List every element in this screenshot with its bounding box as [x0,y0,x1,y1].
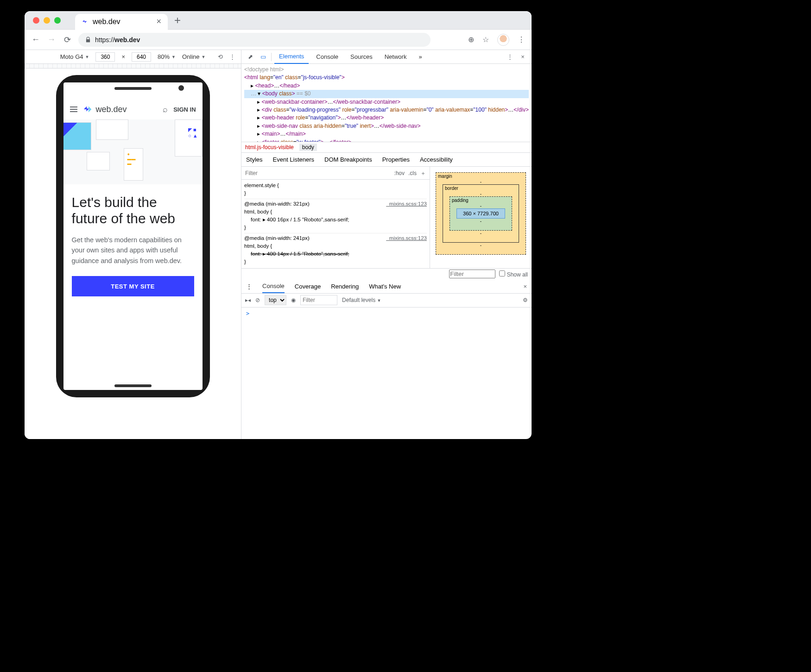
browser-menu-icon[interactable]: ⋮ [518,35,525,44]
hov-toggle[interactable]: :hov [394,169,405,177]
browser-window: web.dev × + ← → ⟳ https://web.dev ⊕ ☆ ⋮ … [25,11,532,439]
toolbar: ← → ⟳ https://web.dev ⊕ ☆ ⋮ [25,30,532,50]
new-rule-icon[interactable]: ＋ [420,169,426,177]
css-rules[interactable]: element.style {} _mixins.scss:123@media … [241,180,430,268]
crumb-body[interactable]: body [299,144,317,151]
tab-close-icon[interactable]: × [156,17,161,26]
hero-body: Get the web's modern capabilities on you… [72,235,194,266]
forward-button[interactable]: → [47,35,56,44]
device-emulation-pane: Moto G4 ▼ × 80% ▼ Online ▼ ⟲ ⋮ [25,50,241,439]
dom-tree[interactable]: <!doctype html> <html lang="en" class="j… [241,64,532,142]
tab-title: web.dev [93,18,120,26]
devtools-toolbar: ⬈ ▭ Elements Console Sources Network » ⋮… [241,50,532,64]
box-model[interactable]: margin- border- padding- 360 × 7729.700 … [430,167,532,268]
subtab-accessibility[interactable]: Accessibility [420,156,453,163]
throttle-select[interactable]: Online ▼ [182,53,206,60]
hamburger-icon[interactable] [70,107,77,112]
url-text: https://web.dev [95,36,140,44]
console-settings-icon[interactable]: ⚙ [523,297,528,303]
crumb-html[interactable]: html.js-focus-visible [245,144,294,151]
console-input[interactable]: > [241,308,532,440]
drawer-menu-icon[interactable]: ⋮ [246,283,252,290]
subtab-event-listeners[interactable]: Event Listeners [273,156,315,163]
devtools-pane: ⬈ ▭ Elements Console Sources Network » ⋮… [241,50,532,439]
device-toolbar: Moto G4 ▼ × 80% ▼ Online ▼ ⟲ ⋮ [25,50,241,64]
styles-subtabs: Styles Event Listeners DOM Breakpoints P… [241,153,532,167]
dimension-x: × [121,53,125,60]
signin-button[interactable]: SIGN IN [173,106,196,113]
device-menu-icon[interactable]: ⋮ [229,53,235,60]
site-header: web.dev ⌕ SIGN IN [63,99,203,119]
device-frame: web.dev ⌕ SIGN IN ◤ ■○ ▲ [56,75,210,397]
webdev-logo-icon [83,104,93,114]
panel-tab-elements[interactable]: Elements [274,50,309,64]
drawer-tab-whatsnew[interactable]: What's New [369,283,401,290]
site-favicon [82,18,89,25]
inspect-icon[interactable]: ⬈ [245,52,255,62]
panel-tab-sources[interactable]: Sources [346,50,377,64]
bookmark-icon[interactable]: ☆ [482,35,489,44]
subtab-properties[interactable]: Properties [382,156,410,163]
window-close[interactable] [33,17,39,24]
styles-panel: :hov .cls ＋ element.style {} _mixins.scs… [241,167,430,268]
drawer-tab-console[interactable]: Console [262,279,285,293]
back-button[interactable]: ← [31,35,40,44]
lock-icon [85,37,91,43]
computed-filter-row: Show all [241,269,532,280]
profile-avatar[interactable] [497,34,509,46]
subtab-dom-breakpoints[interactable]: DOM Breakpoints [324,156,372,163]
console-sidebar-icon[interactable]: ▸◂ [245,297,251,303]
cta-button[interactable]: TEST MY SITE [72,276,194,296]
console-filter-input[interactable] [300,295,337,305]
device-height-input[interactable] [132,52,151,62]
hero-title: Let's build the future of the web [72,195,194,226]
rotate-icon[interactable]: ⟲ [218,53,223,60]
box-content-size: 360 × 7729.700 [456,208,505,219]
emulated-viewport[interactable]: web.dev ⌕ SIGN IN ◤ ■○ ▲ [63,82,203,390]
device-toggle-icon[interactable]: ▭ [258,52,268,62]
new-tab-button[interactable]: + [174,14,181,27]
device-width-input[interactable] [95,52,115,62]
drawer-tab-rendering[interactable]: Rendering [331,283,359,290]
panel-overflow-icon[interactable]: » [414,50,426,64]
clear-console-icon[interactable]: ⊘ [255,297,260,303]
browser-tab[interactable]: web.dev × [75,14,168,30]
hero-illustration: ◤ ■○ ▲ ●▬▬▬ [63,119,203,184]
devtools-close-icon[interactable]: × [518,52,528,62]
breadcrumb[interactable]: html.js-focus-visible body [241,142,532,153]
search-icon[interactable]: ⌕ [163,105,168,114]
ruler [25,64,241,69]
panel-tab-network[interactable]: Network [380,50,412,64]
site-brand[interactable]: web.dev [83,104,127,114]
window-minimize[interactable] [44,17,50,24]
address-bar[interactable]: https://web.dev [78,33,431,47]
log-levels-select[interactable]: Default levels ▼ [342,297,381,303]
live-expression-icon[interactable]: ◉ [291,297,296,303]
window-zoom[interactable] [54,17,61,24]
styles-filter-input[interactable] [241,170,390,176]
subtab-styles[interactable]: Styles [246,156,262,163]
drawer-tab-coverage[interactable]: Coverage [295,283,321,290]
dom-selected-node[interactable]: … ▾ <body class> == $0 [244,90,529,98]
reload-button[interactable]: ⟳ [63,35,72,45]
cls-toggle[interactable]: .cls [408,169,417,177]
computed-filter-input[interactable] [449,270,495,278]
console-context-select[interactable]: top [265,295,286,305]
window-titlebar: web.dev × + [25,11,532,30]
panel-tab-console[interactable]: Console [311,50,343,64]
devtools-drawer: ⋮ Console Coverage Rendering What's New … [241,280,532,440]
devtools-menu-icon[interactable]: ⋮ [505,52,515,62]
show-all-toggle[interactable]: Show all [499,270,528,278]
hero-section: Let's build the future of the web Get th… [63,184,203,307]
add-page-icon[interactable]: ⊕ [468,35,474,44]
device-select[interactable]: Moto G4 ▼ [60,53,89,60]
zoom-select[interactable]: 80% ▼ [158,53,176,60]
drawer-close-icon[interactable]: × [523,283,527,290]
